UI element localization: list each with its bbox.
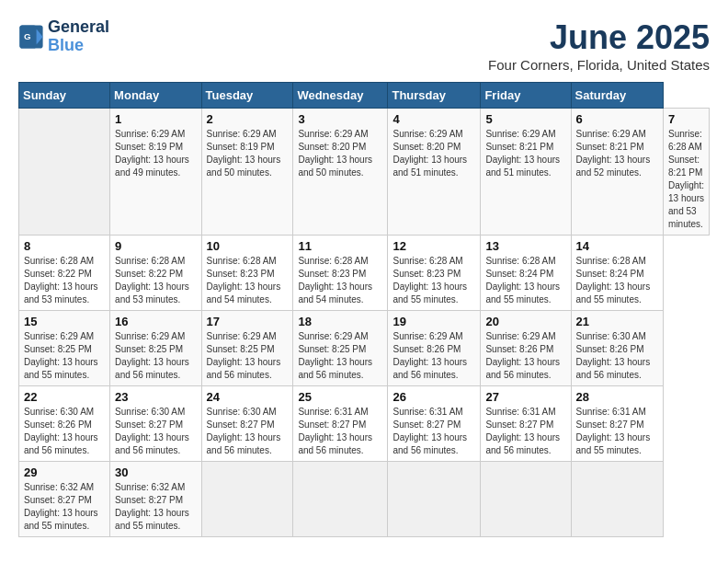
calendar-cell: 19 Sunrise: 6:29 AM Sunset: 8:26 PM Dayl…: [388, 311, 481, 386]
calendar-cell: 14 Sunrise: 6:28 AM Sunset: 8:24 PM Dayl…: [571, 236, 663, 311]
logo: G General Blue: [18, 18, 109, 55]
day-info: Sunrise: 6:29 AM Sunset: 8:19 PM Dayligh…: [115, 128, 196, 179]
day-number: 17: [207, 315, 289, 328]
calendar-cell: 17 Sunrise: 6:29 AM Sunset: 8:25 PM Dayl…: [201, 311, 293, 386]
weekday-header: Wednesday: [293, 83, 388, 109]
logo-line2: Blue: [48, 37, 109, 55]
title-area: June 2025 Four Corners, Florida, United …: [488, 18, 710, 73]
day-number: 19: [392, 315, 475, 328]
calendar-cell: 7 Sunrise: 6:28 AM Sunset: 8:21 PM Dayli…: [664, 109, 710, 236]
day-number: 1: [115, 112, 196, 126]
day-info: Sunrise: 6:30 AM Sunset: 8:27 PM Dayligh…: [207, 406, 289, 457]
weekday-header: Tuesday: [201, 83, 293, 109]
location: Four Corners, Florida, United States: [488, 57, 710, 73]
calendar-cell: 4 Sunrise: 6:29 AM Sunset: 8:20 PM Dayli…: [388, 109, 481, 236]
calendar-cell: 5 Sunrise: 6:29 AM Sunset: 8:21 PM Dayli…: [481, 109, 571, 236]
day-number: 21: [576, 315, 658, 328]
calendar-cell: 2 Sunrise: 6:29 AM Sunset: 8:19 PM Dayli…: [201, 109, 293, 236]
day-number: 16: [115, 315, 196, 328]
day-info: Sunrise: 6:28 AM Sunset: 8:24 PM Dayligh…: [576, 255, 658, 306]
day-number: 10: [207, 239, 289, 253]
weekday-header: Sunday: [19, 83, 110, 109]
day-number: 18: [298, 315, 382, 328]
calendar-cell: 18 Sunrise: 6:29 AM Sunset: 8:25 PM Dayl…: [293, 311, 388, 386]
day-number: 26: [392, 390, 475, 404]
day-number: 13: [485, 239, 565, 253]
logo-icon: G: [18, 24, 44, 50]
calendar-cell: 10 Sunrise: 6:28 AM Sunset: 8:23 PM Dayl…: [201, 236, 293, 311]
day-number: 27: [485, 390, 565, 404]
calendar-cell: 23 Sunrise: 6:30 AM Sunset: 8:27 PM Dayl…: [110, 386, 201, 462]
calendar-cell: [481, 462, 571, 537]
day-number: 24: [207, 390, 289, 404]
day-number: 22: [24, 390, 105, 404]
day-number: 25: [298, 390, 382, 404]
calendar-cell: 12 Sunrise: 6:28 AM Sunset: 8:23 PM Dayl…: [388, 236, 481, 311]
day-info: Sunrise: 6:32 AM Sunset: 8:27 PM Dayligh…: [115, 481, 196, 533]
day-number: 28: [576, 390, 658, 404]
day-info: Sunrise: 6:30 AM Sunset: 8:26 PM Dayligh…: [576, 330, 658, 382]
calendar-cell: 9 Sunrise: 6:28 AM Sunset: 8:22 PM Dayli…: [110, 236, 201, 311]
calendar-cell: 6 Sunrise: 6:29 AM Sunset: 8:21 PM Dayli…: [571, 109, 663, 236]
day-number: 29: [24, 465, 105, 479]
day-info: Sunrise: 6:29 AM Sunset: 8:20 PM Dayligh…: [298, 128, 382, 179]
weekday-header: Monday: [110, 83, 201, 109]
calendar-cell: 25 Sunrise: 6:31 AM Sunset: 8:27 PM Dayl…: [293, 386, 388, 462]
day-number: 6: [576, 112, 658, 126]
calendar-cell: 29 Sunrise: 6:32 AM Sunset: 8:27 PM Dayl…: [19, 462, 110, 537]
calendar-cell: 15 Sunrise: 6:29 AM Sunset: 8:25 PM Dayl…: [19, 311, 110, 386]
day-info: Sunrise: 6:29 AM Sunset: 8:25 PM Dayligh…: [207, 330, 289, 382]
day-info: Sunrise: 6:29 AM Sunset: 8:20 PM Dayligh…: [392, 128, 475, 179]
calendar-cell: [571, 462, 663, 537]
day-info: Sunrise: 6:31 AM Sunset: 8:27 PM Dayligh…: [298, 406, 382, 457]
day-info: Sunrise: 6:31 AM Sunset: 8:27 PM Dayligh…: [392, 406, 475, 457]
day-info: Sunrise: 6:28 AM Sunset: 8:23 PM Dayligh…: [207, 255, 289, 306]
day-number: 3: [298, 112, 382, 126]
day-info: Sunrise: 6:31 AM Sunset: 8:27 PM Dayligh…: [485, 406, 565, 457]
weekday-header: Friday: [481, 83, 571, 109]
calendar-cell: [19, 109, 110, 236]
day-info: Sunrise: 6:29 AM Sunset: 8:26 PM Dayligh…: [392, 330, 475, 382]
day-info: Sunrise: 6:29 AM Sunset: 8:25 PM Dayligh…: [24, 330, 105, 382]
day-number: 12: [392, 239, 475, 253]
day-info: Sunrise: 6:29 AM Sunset: 8:21 PM Dayligh…: [576, 128, 658, 179]
day-number: 8: [24, 239, 105, 253]
day-number: 30: [115, 465, 196, 479]
calendar-cell: 20 Sunrise: 6:29 AM Sunset: 8:26 PM Dayl…: [481, 311, 571, 386]
day-info: Sunrise: 6:28 AM Sunset: 8:22 PM Dayligh…: [115, 255, 196, 306]
day-info: Sunrise: 6:32 AM Sunset: 8:27 PM Dayligh…: [24, 481, 105, 533]
day-number: 20: [485, 315, 565, 328]
day-number: 9: [115, 239, 196, 253]
day-info: Sunrise: 6:30 AM Sunset: 8:26 PM Dayligh…: [24, 406, 105, 457]
calendar-cell: 16 Sunrise: 6:29 AM Sunset: 8:25 PM Dayl…: [110, 311, 201, 386]
day-info: Sunrise: 6:29 AM Sunset: 8:26 PM Dayligh…: [485, 330, 565, 382]
calendar-table: SundayMondayTuesdayWednesdayThursdayFrid…: [18, 82, 710, 537]
day-info: Sunrise: 6:29 AM Sunset: 8:25 PM Dayligh…: [115, 330, 196, 382]
day-info: Sunrise: 6:28 AM Sunset: 8:23 PM Dayligh…: [298, 255, 382, 306]
weekday-header: Saturday: [571, 83, 663, 109]
day-info: Sunrise: 6:29 AM Sunset: 8:25 PM Dayligh…: [298, 330, 382, 382]
calendar-cell: 26 Sunrise: 6:31 AM Sunset: 8:27 PM Dayl…: [388, 386, 481, 462]
day-number: 23: [115, 390, 196, 404]
calendar-cell: [293, 462, 388, 537]
svg-text:G: G: [24, 31, 31, 41]
calendar-cell: 30 Sunrise: 6:32 AM Sunset: 8:27 PM Dayl…: [110, 462, 201, 537]
month-year: June 2025: [488, 18, 710, 57]
day-number: 11: [298, 239, 382, 253]
day-number: 2: [207, 112, 289, 126]
calendar-cell: [201, 462, 293, 537]
calendar-cell: 27 Sunrise: 6:31 AM Sunset: 8:27 PM Dayl…: [481, 386, 571, 462]
day-number: 5: [485, 112, 565, 126]
day-info: Sunrise: 6:29 AM Sunset: 8:19 PM Dayligh…: [207, 128, 289, 179]
calendar-cell: 1 Sunrise: 6:29 AM Sunset: 8:19 PM Dayli…: [110, 109, 201, 236]
calendar-header: SundayMondayTuesdayWednesdayThursdayFrid…: [19, 83, 710, 109]
day-info: Sunrise: 6:30 AM Sunset: 8:27 PM Dayligh…: [115, 406, 196, 457]
weekday-header: Thursday: [388, 83, 481, 109]
day-info: Sunrise: 6:28 AM Sunset: 8:24 PM Dayligh…: [485, 255, 565, 306]
calendar-cell: 28 Sunrise: 6:31 AM Sunset: 8:27 PM Dayl…: [571, 386, 663, 462]
calendar-cell: [388, 462, 481, 537]
day-info: Sunrise: 6:28 AM Sunset: 8:23 PM Dayligh…: [392, 255, 475, 306]
day-number: 15: [24, 315, 105, 328]
day-number: 7: [668, 112, 704, 126]
logo-line1: General: [48, 18, 109, 37]
